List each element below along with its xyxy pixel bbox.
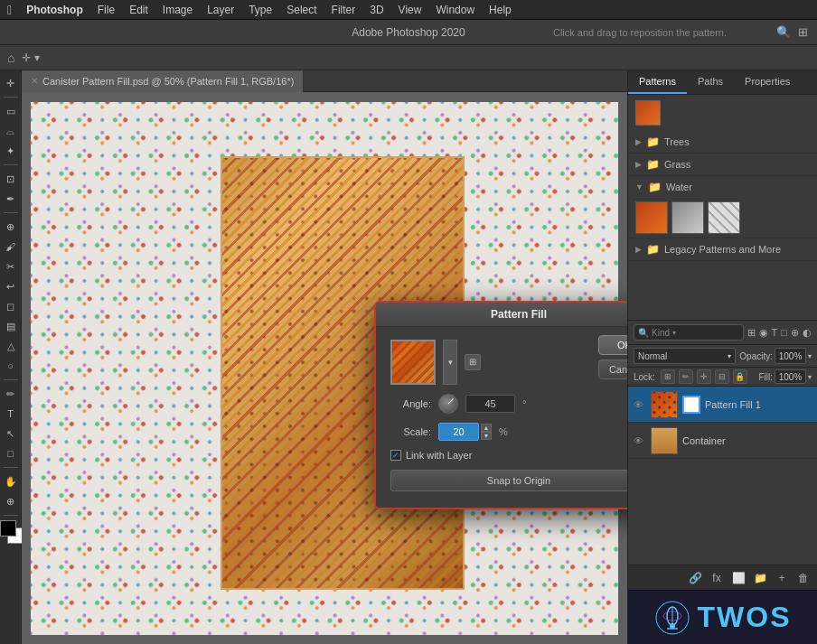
- tool-shape[interactable]: □: [2, 444, 20, 462]
- pattern-dropdown-button[interactable]: ▾: [443, 340, 457, 385]
- left-toolbar: ✛ ▭ ⌓ ✦ ⊡ ✒ ⊕ 🖌 ✂ ↩ ◻ ▤ △ ○ ✏ T ↖ □ ✋ ⊕: [0, 70, 22, 644]
- pattern-thumb-1[interactable]: [635, 201, 668, 234]
- pattern-fill-dialog: Pattern Fill ▾ ⊞ Angle:: [374, 301, 627, 509]
- home-icon[interactable]: ⌂: [7, 51, 14, 65]
- tab-properties[interactable]: Properties: [734, 70, 801, 94]
- svg-point-14: [670, 623, 675, 629]
- menu-3d[interactable]: 3D: [370, 4, 383, 16]
- tool-hand[interactable]: ✋: [2, 472, 20, 490]
- tool-move[interactable]: ✛: [2, 74, 20, 92]
- scale-input[interactable]: 20: [438, 423, 479, 441]
- menu-help[interactable]: Help: [489, 4, 512, 16]
- lock-transparent-pixels[interactable]: ⊞: [661, 369, 675, 384]
- filter-smart-icon[interactable]: ⊕: [791, 327, 799, 339]
- tab-patterns[interactable]: Patterns: [628, 70, 687, 94]
- tool-pen[interactable]: ✏: [2, 385, 20, 403]
- cancel-button[interactable]: Cancel: [598, 359, 627, 379]
- tool-history-brush[interactable]: ↩: [2, 277, 20, 295]
- angle-dial[interactable]: [438, 394, 458, 414]
- tool-brush[interactable]: 🖌: [2, 238, 20, 256]
- menu-window[interactable]: Window: [436, 4, 474, 16]
- spinner-down[interactable]: ▼: [481, 432, 492, 440]
- lock-image-pixels[interactable]: ✏: [679, 369, 693, 384]
- filter-toggle[interactable]: ◐: [803, 327, 812, 339]
- lock-artboard[interactable]: ⊟: [715, 369, 729, 384]
- tool-zoom[interactable]: ⊕: [2, 492, 20, 510]
- move-tool-options[interactable]: ✛ ▾: [22, 51, 39, 64]
- tool-lasso[interactable]: ⌓: [2, 122, 20, 140]
- blend-mode-select[interactable]: Normal ▾: [634, 348, 736, 364]
- link-layers-button[interactable]: 🔗: [687, 570, 703, 586]
- tool-dodge[interactable]: ○: [2, 357, 20, 375]
- layer-effects-button[interactable]: fx: [709, 570, 725, 586]
- new-group-button[interactable]: 📁: [752, 570, 768, 586]
- pattern-group-legacy-header[interactable]: ▶ 📁 Legacy Patterns and More: [628, 238, 817, 260]
- tool-spot-heal[interactable]: ⊕: [2, 218, 20, 236]
- layer-item-pattern-fill[interactable]: 👁 Pattern Fill 1: [628, 387, 817, 423]
- pattern-group-water-header[interactable]: ▼ 📁 Water: [628, 176, 817, 198]
- filter-pixel-icon[interactable]: ⊞: [747, 327, 756, 339]
- new-layer-button[interactable]: +: [774, 570, 790, 586]
- menu-filter[interactable]: Filter: [332, 4, 356, 16]
- tab-close-icon[interactable]: ✕: [31, 76, 38, 86]
- foreground-color[interactable]: [0, 520, 16, 537]
- layer-eye-icon-2[interactable]: 👁: [634, 435, 646, 446]
- pattern-thumbnail[interactable]: [390, 340, 436, 385]
- dialog-buttons: OK Cancel: [598, 335, 627, 379]
- snap-to-origin-button[interactable]: Snap to Origin: [390, 470, 627, 491]
- scale-spinner[interactable]: ▲ ▼: [481, 424, 492, 440]
- opacity-value[interactable]: 100%: [775, 348, 806, 364]
- tool-magic-wand[interactable]: ✦: [2, 142, 20, 160]
- tool-blur[interactable]: △: [2, 337, 20, 355]
- pattern-thumb-3[interactable]: [708, 201, 740, 234]
- app-name[interactable]: Photoshop: [26, 4, 83, 16]
- menu-edit[interactable]: Edit: [129, 4, 148, 16]
- tab-paths[interactable]: Paths: [687, 70, 734, 94]
- angle-input[interactable]: 45: [465, 395, 515, 413]
- tool-gradient[interactable]: ▤: [2, 317, 20, 335]
- tool-marquee[interactable]: ▭: [2, 102, 20, 120]
- arrange-icon[interactable]: ⊞: [798, 25, 808, 39]
- pattern-swatch-main[interactable]: [635, 100, 661, 126]
- ok-button[interactable]: OK: [598, 335, 627, 355]
- menu-image[interactable]: Image: [163, 4, 193, 16]
- layers-filter-kind[interactable]: 🔍 Kind ▾: [634, 324, 744, 341]
- fill-value[interactable]: 100%: [775, 369, 806, 384]
- pattern-thumb-2[interactable]: [671, 201, 704, 234]
- pattern-grid-button[interactable]: ⊞: [465, 354, 481, 370]
- tool-eraser[interactable]: ◻: [2, 297, 20, 315]
- menu-file[interactable]: File: [98, 4, 115, 16]
- add-mask-button[interactable]: ⬜: [730, 570, 747, 586]
- tool-clone[interactable]: ✂: [2, 257, 20, 275]
- tool-eyedropper[interactable]: ✒: [2, 190, 20, 208]
- menu-type[interactable]: Type: [249, 4, 272, 16]
- lock-all[interactable]: 🔒: [733, 369, 747, 384]
- tool-crop[interactable]: ⊡: [2, 170, 20, 188]
- filter-shape-icon[interactable]: □: [781, 327, 787, 338]
- spinner-up[interactable]: ▲: [481, 424, 492, 432]
- document-tab[interactable]: ✕ Canister Pattern Fill.psd @ 50% (Patte…: [22, 70, 304, 92]
- filter-type-icon[interactable]: T: [772, 327, 778, 338]
- pattern-group-grass-header[interactable]: ▶ 📁 Grass: [628, 154, 817, 175]
- search-icon[interactable]: 🔍: [776, 25, 791, 39]
- pattern-group-trees-header[interactable]: ▶ 📁 Trees: [628, 131, 817, 153]
- delete-layer-button[interactable]: 🗑: [795, 570, 812, 586]
- menu-view[interactable]: View: [399, 4, 422, 16]
- tool-text[interactable]: T: [2, 405, 20, 423]
- tool-path-select[interactable]: ↖: [2, 425, 20, 443]
- opacity-dropdown-icon[interactable]: ▾: [808, 352, 812, 360]
- lock-position[interactable]: ✛: [697, 369, 711, 384]
- lock-fill-row: Lock: ⊞ ✏ ✛ ⊟ 🔒 Fill: 100% ▾: [628, 368, 817, 387]
- filter-kind-icon: 🔍: [638, 328, 649, 338]
- link-layer-checkbox[interactable]: [390, 450, 401, 461]
- document-tabs: ✕ Canister Pattern Fill.psd @ 50% (Patte…: [22, 70, 627, 92]
- layer-item-container[interactable]: 👁 Container: [628, 423, 817, 459]
- layer-eye-icon-1[interactable]: 👁: [634, 399, 646, 410]
- scale-label: Scale:: [390, 426, 431, 437]
- fill-dropdown-icon[interactable]: ▾: [808, 373, 812, 381]
- menu-select[interactable]: Select: [286, 4, 316, 16]
- canvas-background[interactable]: Pattern Fill ▾ ⊞ Angle:: [22, 92, 627, 644]
- filter-adjust-icon[interactable]: ◉: [759, 327, 768, 339]
- apple-menu[interactable]: : [7, 3, 12, 17]
- menu-layer[interactable]: Layer: [207, 4, 234, 16]
